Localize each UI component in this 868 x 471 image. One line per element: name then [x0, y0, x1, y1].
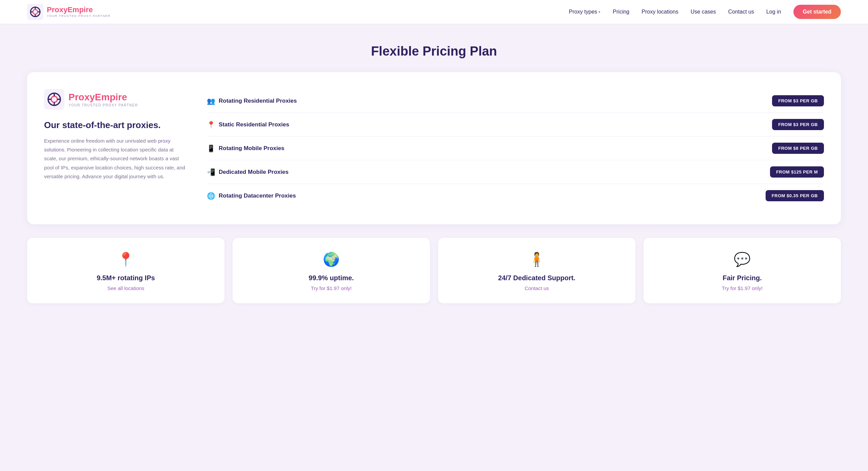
nav-item-use-cases[interactable]: Use cases [691, 9, 716, 15]
price-badge-1: FROM $3 PER GB [772, 119, 824, 130]
nav-item-proxy-locations[interactable]: Proxy locations [642, 9, 678, 15]
page-title: Flexible Pricing Plan [27, 44, 841, 59]
logo-icon [27, 4, 43, 20]
feature-title-0: 9.5M+ rotating IPs [97, 274, 155, 282]
brand-logo: ProxyEmpire Your Trusted Proxy Partner [44, 89, 186, 109]
feature-card-3: 💬 Fair Pricing. Try for $1.97 only! [644, 238, 841, 303]
proxy-name-4: 🌐 Rotating Datacenter Proxies [207, 192, 296, 200]
feature-card-1: 🌍 99.9% uptime. Try for $1.97 only! [233, 238, 430, 303]
feature-link-0[interactable]: See all locations [107, 285, 144, 291]
proxy-icon-1: 📍 [207, 121, 215, 129]
feature-icon-3: 💬 [734, 251, 751, 267]
feature-card-0: 📍 9.5M+ rotating IPs See all locations [27, 238, 224, 303]
proxy-icon-2: 📱 [207, 144, 215, 152]
feature-title-1: 99.9% uptime. [309, 274, 354, 282]
proxy-row: 📲 Dedicated Mobile Proxies FROM $125 PER… [207, 160, 824, 184]
feature-link-3[interactable]: Try for $1.97 only! [722, 285, 763, 291]
logo-title: ProxyEmpire [47, 6, 111, 14]
right-panel: 👥 Rotating Residential Proxies FROM $3 P… [207, 89, 824, 207]
proxy-row: 👥 Rotating Residential Proxies FROM $3 P… [207, 89, 824, 113]
nav-item-proxy-types[interactable]: Proxy types ▾ [569, 9, 601, 15]
brand-tagline: Your Trusted Proxy Partner [68, 103, 138, 107]
proxy-name-3: 📲 Dedicated Mobile Proxies [207, 168, 289, 176]
brand-name: ProxyEmpire [68, 92, 138, 103]
left-panel-heading: Our state-of-the-art proxies. [44, 120, 186, 131]
main-content: Flexible Pricing Plan ProxyEmpire [0, 24, 868, 330]
proxy-name-1: 📍 Static Residential Proxies [207, 121, 289, 129]
get-started-button[interactable]: Get started [793, 5, 841, 19]
feature-title-2: 24/7 Dedicated Support. [498, 274, 575, 282]
brand-logo-icon [44, 89, 64, 109]
logo-text: ProxyEmpire Your Trusted Proxy Partner [47, 6, 111, 18]
proxy-icon-0: 👥 [207, 97, 215, 105]
brand-text: ProxyEmpire Your Trusted Proxy Partner [68, 92, 138, 107]
navbar-nav: Proxy types ▾ Pricing Proxy locations Us… [569, 5, 841, 19]
nav-item-log-in[interactable]: Log in [766, 9, 781, 15]
feature-icon-1: 🌍 [323, 251, 340, 267]
feature-icon-2: 🧍 [528, 251, 545, 267]
svg-rect-7 [44, 89, 64, 109]
nav-item-contact-us[interactable]: Contact us [728, 9, 754, 15]
proxy-row: 📱 Rotating Mobile Proxies FROM $8 PER GB [207, 137, 824, 160]
feature-link-1[interactable]: Try for $1.97 only! [311, 285, 352, 291]
left-panel-description: Experience online freedom with our unriv… [44, 137, 186, 181]
proxy-name-0: 👥 Rotating Residential Proxies [207, 97, 297, 105]
price-badge-3: FROM $125 PER M [770, 166, 824, 178]
nav-item-pricing[interactable]: Pricing [613, 9, 629, 15]
price-badge-0: FROM $3 PER GB [772, 95, 824, 106]
proxy-name-2: 📱 Rotating Mobile Proxies [207, 144, 284, 152]
feature-title-3: Fair Pricing. [723, 274, 762, 282]
feature-icon-0: 📍 [117, 251, 134, 267]
proxy-icon-3: 📲 [207, 168, 215, 176]
feature-card-2: 🧍 24/7 Dedicated Support. Contact us [438, 238, 635, 303]
price-badge-2: FROM $8 PER GB [772, 143, 824, 154]
proxy-row: 📍 Static Residential Proxies FROM $3 PER… [207, 113, 824, 137]
price-badge-4: FROM $0.35 PER GB [766, 190, 824, 201]
svg-rect-0 [27, 4, 43, 20]
logo-link[interactable]: ProxyEmpire Your Trusted Proxy Partner [27, 4, 111, 20]
logo-subtitle: Your Trusted Proxy Partner [47, 14, 111, 18]
navbar: ProxyEmpire Your Trusted Proxy Partner P… [0, 0, 868, 24]
left-panel: ProxyEmpire Your Trusted Proxy Partner O… [44, 89, 186, 207]
proxy-icon-4: 🌐 [207, 192, 215, 200]
pricing-card: ProxyEmpire Your Trusted Proxy Partner O… [27, 72, 841, 224]
proxy-row: 🌐 Rotating Datacenter Proxies FROM $0.35… [207, 184, 824, 207]
chevron-down-icon: ▾ [598, 10, 600, 14]
feature-link-2[interactable]: Contact us [525, 285, 549, 291]
feature-cards: 📍 9.5M+ rotating IPs See all locations 🌍… [27, 238, 841, 303]
